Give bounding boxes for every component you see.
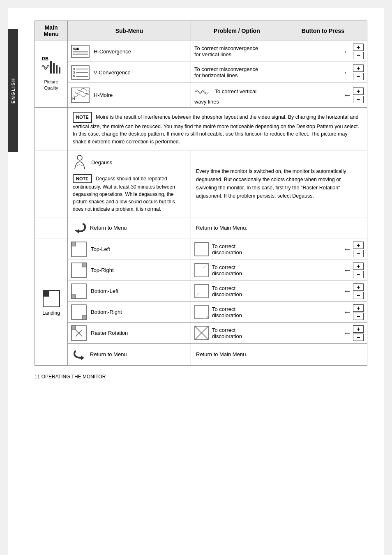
plus-button[interactable]: +: [353, 44, 364, 51]
svg-rect-2: [56, 65, 58, 74]
footer-text: 11 OPERATING THE MONITOR: [35, 374, 106, 380]
minus-button[interactable]: −: [353, 96, 364, 103]
svg-text:R: R: [73, 67, 75, 71]
note-label: NOTE: [73, 112, 92, 123]
h-moire-label: H-Moire: [94, 92, 113, 98]
bottom-left-problem-icon: [194, 284, 209, 298]
top-right-icon: [71, 263, 87, 278]
h-moire-submenu: H H-Moire: [68, 83, 191, 108]
minus-button[interactable]: −: [353, 292, 364, 299]
sidebar-english: ENGLISH: [8, 29, 18, 152]
svg-rect-22: [43, 290, 49, 297]
return-label-1[interactable]: Return to Menu: [90, 225, 127, 231]
svg-point-20: [75, 230, 77, 231]
top-right-problem-icon: [194, 263, 209, 277]
minus-button[interactable]: −: [353, 271, 364, 278]
top-left-submenu: Top-Left: [68, 239, 191, 260]
degauss-problem: Every time the monitor is switched on, t…: [191, 150, 367, 217]
degauss-note-label: NOTE: [73, 174, 92, 183]
degauss-submenu: Degauss NOTE Degauss should not be repea…: [68, 150, 191, 217]
landing-icon: [41, 288, 62, 309]
main-menu-picture-quality: RB PictureQuality: [35, 41, 68, 108]
header-main-menu: Main Menu: [35, 21, 68, 41]
h-moire-icon: H: [71, 88, 90, 103]
h-convergence-buttons: ← + −: [343, 44, 364, 59]
plus-button[interactable]: +: [353, 263, 364, 270]
h-convergence-icon: RGB: [71, 45, 90, 58]
top-left-icon: [71, 242, 87, 257]
svg-rect-33: [82, 315, 86, 320]
plus-button[interactable]: +: [353, 64, 364, 72]
v-convergence-problem: To correct misconvergencefor horizontal …: [191, 62, 367, 83]
h-convergence-label: H-Convergence: [94, 48, 131, 55]
landing-top-left-row: Landing Top-Left: [35, 239, 367, 260]
minus-button[interactable]: −: [353, 313, 364, 320]
plus-button[interactable]: +: [353, 304, 364, 312]
top-left-label: Top-Left: [91, 246, 110, 252]
bottom-right-problem-icon: [194, 305, 209, 319]
landing-bottom-right-row: Bottom-Right To correctdiscoloration: [35, 302, 367, 322]
return-icon-2: [73, 348, 86, 361]
return-submenu-2: Return to Menu: [68, 343, 191, 365]
table-row: R G B V-Convergence To correct misc: [35, 62, 367, 83]
return-main-menu-2: Return to Main Menu.: [196, 351, 247, 357]
return-menu-row-1: Return to Menu Return to Main Menu.: [35, 217, 367, 239]
bottom-left-label: Bottom-Left: [91, 288, 118, 294]
raster-rotation-label: Raster Rotation: [91, 330, 128, 336]
landing-label: Landing: [42, 310, 60, 316]
bottom-right-label: Bottom-Right: [91, 309, 122, 315]
return-icon-1: [73, 221, 86, 235]
top-left-problem: To correctdiscoloration ← + −: [191, 239, 367, 260]
main-table: Main Menu Sub-Menu Problem / Option Butt…: [35, 21, 367, 366]
raster-rotation-problem-icon: [194, 326, 209, 340]
raster-rotation-submenu: Raster Rotation: [68, 322, 191, 343]
plus-button[interactable]: +: [353, 325, 364, 333]
minus-button[interactable]: −: [353, 334, 364, 341]
svg-rect-3: [59, 67, 60, 74]
main-menu-landing: Landing: [35, 239, 68, 365]
plus-button[interactable]: +: [353, 283, 364, 291]
degauss-row: Degauss NOTE Degauss should not be repea…: [35, 150, 367, 217]
rb-icon: RB: [40, 57, 62, 78]
v-convergence-icon: R G B: [71, 65, 90, 80]
v-convergence-submenu: R G B V-Convergence: [68, 62, 191, 83]
svg-text:RB: RB: [42, 57, 48, 61]
svg-rect-34: [195, 305, 208, 319]
minus-button[interactable]: −: [353, 52, 364, 59]
note-content: NOTE Moiré is the result of interference…: [68, 108, 367, 150]
plus-button[interactable]: +: [353, 242, 364, 249]
landing-raster-rotation-row: Raster Rotation To correctdiscoloration: [35, 322, 367, 343]
moire-note-row: NOTE Moiré is the result of interference…: [35, 108, 367, 150]
top-right-submenu: Top-Right: [68, 260, 191, 281]
svg-rect-30: [71, 295, 76, 299]
degauss-problem-text: Every time the monitor is switched on, t…: [196, 168, 346, 199]
wavy-lines-icon: [194, 85, 211, 99]
note-text: Moiré is the result of interference betw…: [73, 114, 359, 145]
return-menu-row-2: Return to Menu Return to Main Menu.: [35, 343, 367, 365]
top-right-problem: To correctdiscoloration ← + −: [191, 260, 367, 281]
minus-button[interactable]: −: [353, 73, 364, 80]
return-problem-1: Return to Main Menu.: [191, 217, 367, 239]
plus-button[interactable]: +: [353, 88, 364, 95]
return-main-menu-1: Return to Main Menu.: [196, 225, 247, 231]
return-main-col-1: [35, 217, 68, 239]
top-left-problem-icon: [194, 242, 209, 256]
h-convergence-submenu: RGB H-Convergence: [68, 41, 191, 62]
svg-text:B: B: [73, 74, 75, 78]
raster-rotation-problem: To correctdiscoloration ← + −: [191, 322, 367, 343]
table-row: H H-Moire: [35, 83, 367, 108]
svg-text:G: G: [73, 71, 75, 74]
svg-rect-27: [82, 263, 86, 267]
return-problem-2: Return to Main Menu.: [191, 343, 367, 365]
bottom-right-icon: [71, 304, 87, 320]
degauss-label: Degauss: [91, 159, 112, 166]
minus-button[interactable]: −: [353, 250, 364, 257]
footer: 11 OPERATING THE MONITOR: [35, 374, 367, 380]
top-right-label: Top-Right: [91, 267, 114, 273]
h-convergence-problem: To correct misconvergencefor vertical li…: [191, 41, 367, 62]
bottom-right-submenu: Bottom-Right: [68, 302, 191, 322]
return-label-2[interactable]: Return to Menu: [90, 351, 127, 357]
landing-top-right-row: Top-Right To correctdiscoloration: [35, 260, 367, 281]
svg-point-19: [77, 155, 82, 160]
svg-text:RGB: RGB: [73, 47, 79, 50]
